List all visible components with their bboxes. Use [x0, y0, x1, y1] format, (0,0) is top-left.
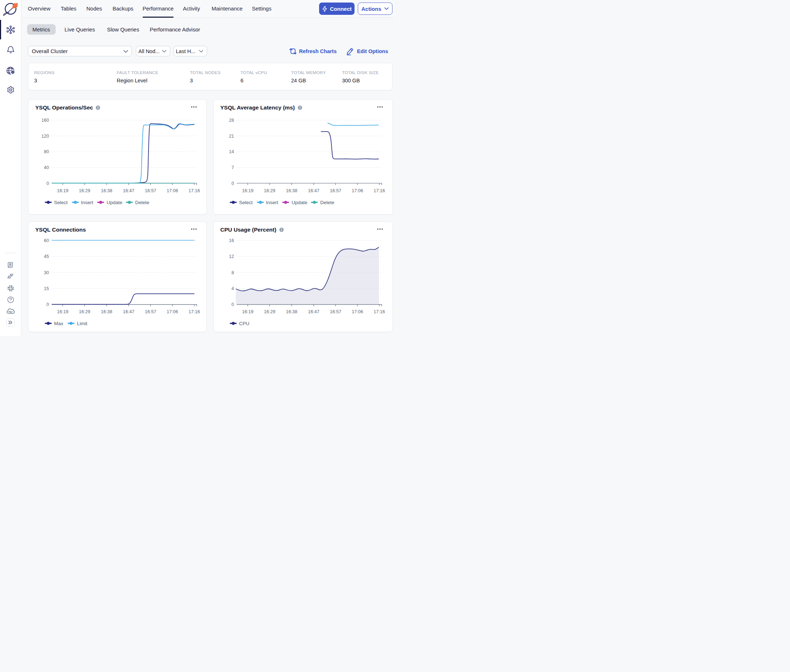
svg-text:45: 45	[44, 254, 49, 259]
svg-text:80: 80	[44, 149, 49, 154]
svg-text:12: 12	[229, 254, 234, 259]
svg-text:17:06: 17:06	[352, 188, 363, 193]
svg-text:16:57: 16:57	[144, 188, 156, 193]
svg-text:16:38: 16:38	[101, 188, 112, 193]
svg-text:16:47: 16:47	[123, 309, 134, 314]
svg-text:CPU: CPU	[239, 321, 249, 326]
svg-text:0: 0	[46, 181, 49, 186]
svg-text:0: 0	[46, 302, 49, 307]
svg-text:16:38: 16:38	[286, 188, 297, 193]
svg-text:Insert: Insert	[81, 200, 93, 205]
svg-text:Update: Update	[292, 200, 308, 205]
svg-text:Select: Select	[54, 200, 67, 205]
svg-text:Select: Select	[239, 200, 253, 205]
svg-text:17:06: 17:06	[167, 188, 178, 193]
svg-text:30: 30	[44, 270, 49, 275]
svg-text:7: 7	[231, 165, 234, 170]
svg-text:Delete: Delete	[320, 200, 334, 205]
svg-text:Max: Max	[54, 321, 63, 326]
svg-text:16:19: 16:19	[242, 188, 253, 193]
svg-text:Limit: Limit	[77, 321, 87, 326]
svg-text:16:47: 16:47	[123, 188, 134, 193]
svg-text:17:16: 17:16	[188, 309, 199, 314]
svg-text:16:29: 16:29	[79, 309, 90, 314]
svg-text:16:19: 16:19	[242, 309, 253, 314]
svg-text:Insert: Insert	[266, 200, 278, 205]
svg-text:16:29: 16:29	[264, 188, 275, 193]
svg-text:16:38: 16:38	[286, 309, 297, 314]
svg-text:16:47: 16:47	[308, 309, 319, 314]
svg-text:160: 160	[41, 118, 49, 123]
svg-text:17:16: 17:16	[373, 188, 385, 193]
svg-text:15: 15	[44, 286, 49, 291]
svg-text:Delete: Delete	[135, 200, 149, 205]
svg-text:40: 40	[44, 165, 49, 170]
svg-text:16:57: 16:57	[330, 188, 341, 193]
svg-text:16:38: 16:38	[101, 309, 112, 314]
svg-text:16:57: 16:57	[144, 309, 156, 314]
svg-text:21: 21	[229, 134, 234, 139]
svg-text:0: 0	[231, 302, 234, 307]
svg-text:16: 16	[229, 238, 234, 243]
svg-text:16:47: 16:47	[308, 188, 319, 193]
svg-text:120: 120	[41, 134, 49, 139]
svg-text:16:29: 16:29	[79, 188, 90, 193]
svg-text:17:06: 17:06	[352, 309, 363, 314]
svg-text:14: 14	[229, 149, 234, 154]
svg-text:28: 28	[229, 118, 234, 123]
svg-text:8: 8	[231, 270, 234, 275]
svg-text:Update: Update	[107, 200, 122, 205]
svg-text:60: 60	[44, 238, 49, 243]
svg-text:0: 0	[231, 181, 234, 186]
svg-text:16:57: 16:57	[330, 309, 341, 314]
svg-text:16:29: 16:29	[264, 309, 275, 314]
svg-text:17:06: 17:06	[167, 309, 178, 314]
svg-text:16:19: 16:19	[57, 309, 68, 314]
svg-text:17:16: 17:16	[188, 188, 199, 193]
svg-text:16:19: 16:19	[57, 188, 68, 193]
svg-text:17:16: 17:16	[373, 309, 385, 314]
svg-text:4: 4	[231, 286, 234, 291]
